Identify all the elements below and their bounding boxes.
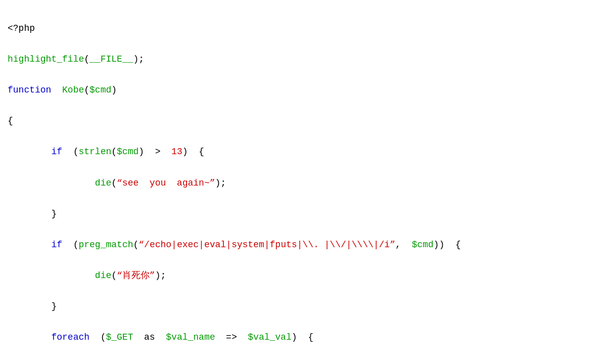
close-brace-if2: } [8, 301, 57, 311]
function-declaration: function Kobe($cmd) [8, 85, 117, 95]
if-strlen: if (strlen($cmd) > 13) { [8, 147, 204, 157]
die-chinese: die(“肖死你”); [8, 270, 166, 281]
highlight-file-call: highlight_file(__FILE__); [8, 54, 144, 64]
close-brace-if1: } [8, 209, 57, 219]
code-display: <?php highlight_file(__FILE__); function… [8, 5, 586, 364]
open-brace-1: { [8, 116, 13, 126]
if-preg-match-1: if (preg_match(“/echo|exec|eval|system|f… [8, 240, 461, 250]
foreach-get: foreach ($_GET as $val_name => $val_val)… [8, 332, 313, 342]
php-open-tag: <?php [8, 23, 35, 33]
die-see-you: die(“see you again~”); [8, 178, 226, 188]
